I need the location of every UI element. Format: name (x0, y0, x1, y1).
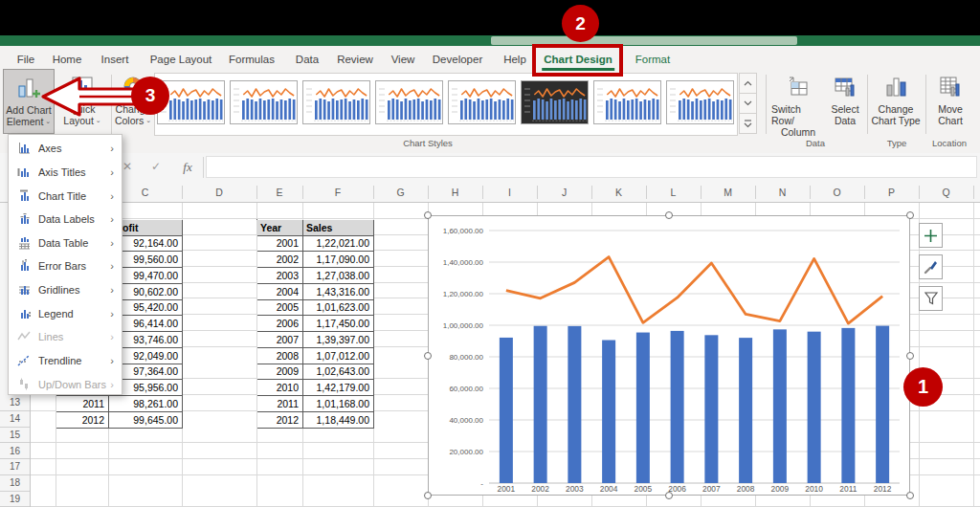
chart-style-thumbnail-5[interactable] (448, 80, 516, 124)
gallery-scroll-down-button[interactable] (739, 93, 757, 114)
row-header-13[interactable]: 13 (0, 395, 30, 411)
gallery-more-button[interactable] (739, 113, 757, 134)
gallery-scroll-up-button[interactable] (739, 73, 757, 94)
sales-cell[interactable]: 2005 (257, 300, 303, 317)
sales-cell[interactable]: 2002 (257, 252, 303, 268)
row-header-15[interactable]: 15 (0, 428, 30, 444)
menu-item-axes[interactable]: Axes› (10, 137, 121, 161)
sales-cell[interactable]: 1,01,623.00 (303, 300, 374, 317)
tab-home[interactable]: Home (49, 46, 86, 72)
chart-selection-handle[interactable] (665, 492, 673, 499)
sales-cell[interactable]: 1,39,397.00 (303, 332, 374, 348)
chart-style-thumbnail-8[interactable] (666, 80, 734, 124)
tab-developer[interactable]: Developer (429, 46, 486, 72)
chart-selection-handle[interactable] (665, 211, 673, 219)
switch-row-column-button[interactable]: Switch Row/ Column (771, 75, 825, 138)
chart-style-thumbnail-3[interactable] (302, 80, 370, 124)
column-header-L[interactable]: L (646, 182, 701, 202)
insert-function-icon[interactable]: fx (183, 160, 191, 175)
sales-cell[interactable]: 1,42,179.00 (303, 380, 374, 396)
column-header-H[interactable]: H (428, 182, 482, 202)
sheet-grid[interactable]: 13141516171819 YearProfit200192,164.0020… (0, 203, 980, 507)
column-header-P[interactable]: P (864, 182, 919, 202)
menu-item-data-table[interactable]: Data Table› (10, 231, 121, 255)
chart-selection-handle[interactable] (906, 352, 914, 360)
sales-cell[interactable]: 2001 (257, 236, 303, 253)
menu-item-chart-title[interactable]: Chart Title› (10, 184, 121, 208)
chart-filters-button[interactable] (919, 286, 943, 311)
tab-help[interactable]: Help (500, 46, 530, 72)
tab-formulas[interactable]: Formulas (225, 46, 278, 72)
sales-cell[interactable]: 1,17,450.00 (303, 316, 374, 332)
tab-insert[interactable]: Insert (98, 46, 133, 72)
sales-cell[interactable]: 2007 (257, 332, 303, 348)
enter-icon[interactable]: ✓ (151, 160, 161, 173)
chart-style-thumbnail-6[interactable] (521, 80, 589, 124)
chart-elements-button[interactable] (919, 223, 943, 248)
menu-item-axis-titles[interactable]: Axis Titles› (10, 161, 121, 185)
sales-cell[interactable]: 1,22,021.00 (303, 236, 374, 253)
sales-cell[interactable]: 2008 (257, 348, 303, 364)
cancel-icon[interactable]: ✕ (122, 160, 132, 173)
row-header-16[interactable]: 16 (0, 443, 30, 459)
sales-cell[interactable]: 2010 (257, 380, 303, 396)
chart-styles-button[interactable] (919, 254, 943, 279)
sales-cell[interactable]: 2006 (257, 316, 303, 332)
column-header-E[interactable]: E (256, 182, 302, 202)
tab-review[interactable]: Review (333, 46, 377, 72)
row-header-18[interactable]: 18 (0, 475, 30, 492)
profit-cell[interactable]: 99,645.00 (109, 412, 183, 429)
chart-selection-handle[interactable] (906, 211, 914, 219)
tab-data[interactable]: Data (292, 46, 323, 72)
column-header-J[interactable]: J (537, 182, 591, 202)
sales-cell[interactable]: 2003 (257, 268, 303, 284)
menu-item-error-bars[interactable]: Error Bars› (10, 254, 121, 278)
chart-selection-handle[interactable] (906, 492, 914, 499)
sales-cell[interactable]: 1,27,038.00 (303, 268, 374, 284)
sales-cell[interactable]: 1,01,168.00 (303, 396, 374, 412)
move-chart-button[interactable]: Move Chart (928, 75, 972, 126)
formula-input[interactable] (206, 156, 977, 178)
chart-selection-handle[interactable] (424, 211, 432, 219)
profit-cell[interactable]: 2012 (56, 412, 109, 429)
sales-cell[interactable]: 2009 (257, 364, 303, 381)
sales-cell[interactable]: 1,07,012.00 (303, 348, 374, 364)
column-header-M[interactable]: M (701, 182, 755, 202)
sales-cell[interactable]: 2004 (257, 284, 303, 300)
row-header-19[interactable]: 19 (0, 492, 30, 507)
menu-item-gridlines[interactable]: Gridlines› (10, 278, 121, 302)
sales-cell[interactable]: 1,18,449.00 (303, 412, 374, 429)
chart-style-thumbnail-7[interactable] (593, 80, 661, 124)
sales-cell[interactable]: 2012 (257, 412, 303, 429)
tab-format[interactable]: Format (632, 46, 674, 72)
sales-cell[interactable]: 1,02,643.00 (303, 364, 374, 381)
menu-item-legend[interactable]: Legend› (10, 301, 121, 325)
tab-view[interactable]: View (388, 46, 419, 72)
column-header-D[interactable]: D (182, 182, 256, 202)
embedded-chart[interactable]: -20,000.0040,000.0060,000.0080,000.001,0… (428, 215, 910, 496)
sales-header-cell[interactable]: Year (257, 220, 303, 236)
tab-file[interactable]: File (13, 46, 39, 72)
chart-style-thumbnail-4[interactable] (375, 80, 443, 124)
column-header-I[interactable]: I (482, 182, 537, 202)
column-header-Q[interactable]: Q (919, 182, 973, 202)
column-header-G[interactable]: G (373, 182, 428, 202)
column-header-O[interactable]: O (810, 182, 864, 202)
menu-item-trendline[interactable]: Trendline› (10, 349, 121, 373)
sales-cell[interactable]: 1,43,316.00 (303, 284, 374, 300)
select-data-button[interactable]: Select Data (825, 75, 865, 126)
column-header-N[interactable]: N (755, 182, 810, 202)
profit-cell[interactable]: 98,261.00 (109, 396, 183, 412)
column-header-F[interactable]: F (302, 182, 373, 202)
profit-cell[interactable]: 2011 (56, 396, 109, 412)
chart-selection-handle[interactable] (424, 492, 432, 499)
sales-header-cell[interactable]: Sales (303, 220, 374, 236)
sales-cell[interactable]: 1,17,090.00 (303, 252, 374, 268)
row-header-17[interactable]: 17 (0, 459, 30, 475)
change-chart-type-button[interactable]: Change Chart Type (871, 75, 921, 126)
chart-style-thumbnail-2[interactable] (230, 80, 298, 124)
row-header-14[interactable]: 14 (0, 411, 30, 428)
sales-cell[interactable]: 2011 (257, 396, 303, 412)
tab-page-layout[interactable]: Page Layout (146, 46, 216, 72)
chart-selection-handle[interactable] (424, 352, 432, 360)
